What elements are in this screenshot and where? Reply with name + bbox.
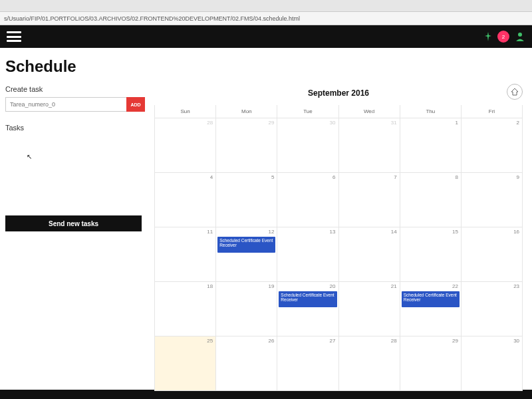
calendar-day-cell[interactable]: 29: [216, 118, 277, 173]
calendar-day-header: Sun: [155, 105, 216, 118]
tasks-label: Tasks: [5, 124, 145, 132]
calendar-title: September 2016: [308, 88, 369, 98]
calendar-day-cell[interactable]: 5: [216, 173, 277, 227]
calendar-day-cell[interactable]: 30: [277, 118, 338, 173]
calendar-day-number: 27: [330, 338, 336, 344]
browser-url-text: s/Usuario/FIP/01.PORTFOLIOS/03.ARCHIVOS/…: [4, 15, 300, 22]
calendar-day-cell[interactable]: 6: [277, 173, 338, 227]
calendar-day-cell[interactable]: 23: [462, 282, 523, 336]
calendar-day-number: 16: [513, 229, 519, 235]
pin-icon[interactable]: [484, 32, 492, 41]
calendar-day-number: 30: [513, 338, 519, 344]
calendar-day-number: 5: [271, 174, 274, 180]
calendar-day-cell[interactable]: 28: [339, 336, 400, 391]
calendar-day-number: 26: [268, 338, 274, 344]
calendar-day-cell[interactable]: 13: [277, 227, 338, 282]
calendar-event[interactable]: Scheduled Certificate Event Receiver: [279, 291, 336, 307]
calendar-day-number: 6: [332, 174, 335, 180]
calendar-day-header: Wed: [339, 105, 400, 118]
calendar-day-cell[interactable]: 28: [155, 118, 216, 173]
hamburger-menu-icon[interactable]: [7, 31, 21, 42]
calendar-day-cell[interactable]: 11: [155, 227, 216, 282]
calendar-day-cell[interactable]: 2: [462, 118, 523, 173]
calendar-day-number: 20: [330, 283, 336, 289]
calendar-day-cell[interactable]: 4: [155, 173, 216, 227]
calendar-day-number: 12: [268, 229, 274, 235]
calendar-day-number: 18: [207, 283, 213, 289]
calendar-grid: SunMonTueWedThuFri 28293031124567891112S…: [154, 105, 523, 391]
calendar-day-number: 28: [207, 120, 213, 126]
calendar-event[interactable]: Scheduled Certificate Event Receiver: [402, 291, 460, 307]
calendar-day-cell[interactable]: 9: [462, 173, 523, 227]
browser-url-bar[interactable]: s/Usuario/FIP/01.PORTFOLIOS/03.ARCHIVOS/…: [0, 12, 532, 25]
calendar-day-number: 19: [268, 283, 274, 289]
notification-badge[interactable]: 2: [497, 31, 509, 43]
calendar-day-header: Tue: [277, 105, 338, 118]
calendar-day-cell[interactable]: 14: [339, 227, 400, 282]
user-icon[interactable]: [515, 31, 525, 42]
calendar-home-button[interactable]: [507, 84, 523, 100]
calendar-day-number: 2: [517, 120, 519, 126]
calendar-day-cell[interactable]: 1: [400, 118, 462, 173]
calendar-day-cell[interactable]: 22Scheduled Certificate Event Receiver: [400, 282, 462, 336]
calendar-day-number: 14: [391, 229, 397, 235]
calendar-day-number: 7: [394, 174, 396, 180]
calendar-day-cell[interactable]: 27: [277, 336, 338, 391]
send-tasks-button[interactable]: Send new tasks: [5, 215, 142, 231]
notification-count: 2: [502, 34, 505, 40]
calendar-day-header: Mon: [216, 105, 277, 118]
app-top-bar: 2: [0, 25, 532, 48]
calendar-day-number: 28: [391, 338, 397, 344]
page-title: Schedule: [5, 57, 523, 76]
calendar-panel: September 2016 SunMonTueWedThuFri 282930…: [154, 85, 523, 391]
browser-tab-strip[interactable]: [0, 0, 532, 12]
calendar-day-cell[interactable]: 25: [155, 336, 216, 391]
calendar-day-cell[interactable]: 8: [400, 173, 462, 227]
calendar-day-cell[interactable]: 26: [216, 336, 277, 391]
calendar-day-header: Fri: [462, 105, 523, 118]
calendar-day-number: 15: [452, 229, 458, 235]
calendar-day-cell[interactable]: 15: [400, 227, 462, 282]
calendar-day-number: 22: [452, 283, 458, 289]
calendar-day-number: 29: [452, 338, 458, 344]
calendar-day-number: 30: [330, 120, 336, 126]
calendar-day-number: 9: [517, 174, 519, 180]
svg-point-0: [518, 33, 522, 37]
calendar-day-cell[interactable]: 31: [339, 118, 400, 173]
calendar-day-cell[interactable]: 18: [155, 282, 216, 336]
add-task-button[interactable]: Add: [126, 97, 145, 112]
calendar-day-number: 13: [330, 229, 336, 235]
calendar-day-number: 25: [207, 338, 213, 344]
calendar-day-number: 1: [455, 120, 458, 126]
calendar-day-number: 4: [210, 174, 213, 180]
calendar-day-number: 21: [391, 283, 397, 289]
footer-strip: [0, 390, 532, 399]
calendar-day-number: 11: [207, 229, 213, 235]
calendar-day-cell[interactable]: 21: [339, 282, 400, 336]
calendar-day-cell[interactable]: 19: [216, 282, 277, 336]
calendar-day-number: 31: [391, 120, 397, 126]
calendar-day-cell[interactable]: 12Scheduled Certificate Event Receiver: [216, 227, 277, 282]
calendar-day-header: Thu: [400, 105, 462, 118]
calendar-event[interactable]: Scheduled Certificate Event Receiver: [217, 237, 275, 253]
task-name-input[interactable]: [5, 97, 126, 112]
calendar-day-number: 8: [455, 174, 458, 180]
left-panel: Create task Add Tasks Send new tasks: [5, 85, 145, 391]
calendar-day-number: 29: [268, 120, 274, 126]
calendar-day-cell[interactable]: 16: [462, 227, 523, 282]
create-task-label: Create task: [5, 85, 145, 93]
calendar-day-cell[interactable]: 7: [339, 173, 400, 227]
calendar-day-cell[interactable]: 20Scheduled Certificate Event Receiver: [277, 282, 338, 336]
calendar-day-cell[interactable]: 29: [400, 336, 462, 391]
calendar-day-number: 23: [513, 283, 519, 289]
calendar-day-cell[interactable]: 30: [462, 336, 523, 391]
